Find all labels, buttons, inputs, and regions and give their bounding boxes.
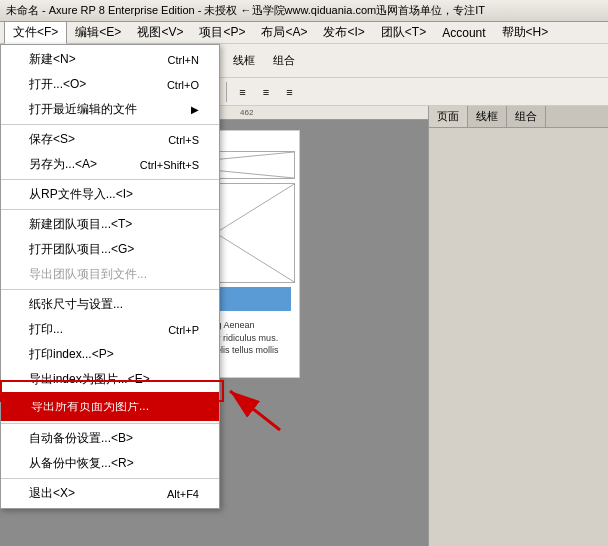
right-panel-tabs: 页面 线框 组合 — [429, 106, 608, 128]
menu-project[interactable]: 项目<P> — [191, 22, 253, 43]
menu-account[interactable]: Account — [434, 24, 493, 42]
menu-file[interactable]: 文件<F> — [4, 21, 67, 44]
menu-new-wrapper: 新建<N> Ctrl+N — [1, 47, 219, 72]
file-menu: 新建<N> Ctrl+N 打开...<O> Ctrl+O 打开最近编辑的文件 ▶… — [0, 44, 220, 509]
menu-save-shortcut: Ctrl+S — [168, 134, 199, 146]
menu-print[interactable]: 打印... Ctrl+P — [1, 317, 219, 342]
tab-group[interactable]: 组合 — [507, 106, 546, 127]
align-right-btn[interactable]: ≡ — [279, 83, 299, 101]
menu-print-label: 打印... — [29, 321, 63, 338]
separator-3 — [1, 209, 219, 210]
menu-autobackup-label: 自动备份设置...<B> — [29, 430, 133, 447]
menu-restore[interactable]: 从备份中恢复...<R> — [1, 451, 219, 476]
menu-saveas[interactable]: 另存为...<A> Ctrl+Shift+S — [1, 152, 219, 177]
menu-exit-shortcut: Alt+F4 — [167, 488, 199, 500]
menu-help[interactable]: 帮助<H> — [494, 22, 557, 43]
menu-exit[interactable]: 退出<X> Alt+F4 — [1, 481, 219, 506]
menu-new-shortcut: Ctrl+N — [168, 54, 199, 66]
menu-layout[interactable]: 布局<A> — [253, 22, 315, 43]
menu-save-label: 保存<S> — [29, 131, 75, 148]
menu-recent-arrow: ▶ — [191, 104, 199, 115]
menu-autobackup[interactable]: 自动备份设置...<B> — [1, 426, 219, 451]
menu-print-shortcut: Ctrl+P — [168, 324, 199, 336]
menu-team[interactable]: 团队<T> — [373, 22, 434, 43]
menu-saveas-label: 另存为...<A> — [29, 156, 97, 173]
menu-importrp-label: 从RP文件导入...<I> — [29, 186, 133, 203]
group-btn[interactable]: 组合 — [266, 50, 302, 71]
menu-printindex-label: 打印index...<P> — [29, 346, 114, 363]
separator-4 — [1, 289, 219, 290]
line-label: 线框 — [233, 53, 255, 68]
menu-printindex[interactable]: 打印index...<P> — [1, 342, 219, 367]
line-btn[interactable]: 线框 — [226, 50, 262, 71]
menu-exportall[interactable]: 导出所有页面为图片... — [1, 392, 219, 421]
menu-papersize[interactable]: 纸张尺寸与设置... — [1, 292, 219, 317]
menu-exportall-label: 导出所有页面为图片... — [31, 398, 149, 415]
separator-5 — [1, 423, 219, 424]
title-bar: 未命名 - Axure RP 8 Enterprise Edition - 未授… — [0, 0, 608, 22]
menu-exit-label: 退出<X> — [29, 485, 75, 502]
align-center-btn[interactable]: ≡ — [256, 83, 276, 101]
menu-importrp[interactable]: 从RP文件导入...<I> — [1, 182, 219, 207]
menu-bar: 文件<F> 编辑<E> 视图<V> 项目<P> 布局<A> 发布<I> 团队<T… — [0, 22, 608, 44]
menu-view[interactable]: 视图<V> — [129, 22, 191, 43]
menu-new-label: 新建<N> — [29, 51, 76, 68]
tab-wireframe[interactable]: 线框 — [468, 106, 507, 127]
menu-exportteam: 导出团队项目到文件... — [1, 262, 219, 287]
ruler-mark-462: 462 — [240, 108, 253, 117]
menu-save[interactable]: 保存<S> Ctrl+S — [1, 127, 219, 152]
tab-page[interactable]: 页面 — [429, 106, 468, 127]
right-panel: 页面 线框 组合 — [428, 106, 608, 546]
separator-2 — [1, 179, 219, 180]
menu-openteam[interactable]: 打开团队项目...<G> — [1, 237, 219, 262]
menu-open-shortcut: Ctrl+O — [167, 79, 199, 91]
align-left-btn[interactable]: ≡ — [232, 83, 252, 101]
menu-edit[interactable]: 编辑<E> — [67, 22, 129, 43]
title-text: 未命名 - Axure RP 8 Enterprise Edition - 未授… — [6, 3, 485, 18]
menu-exportindex[interactable]: 导出index为图片...<E> — [1, 367, 219, 392]
menu-openteam-label: 打开团队项目...<G> — [29, 241, 134, 258]
menu-publish[interactable]: 发布<I> — [315, 22, 372, 43]
sep-3 — [226, 82, 227, 102]
menu-exportindex-label: 导出index为图片...<E> — [29, 371, 150, 388]
menu-newteam[interactable]: 新建团队项目...<T> — [1, 212, 219, 237]
menu-recent-label: 打开最近编辑的文件 — [29, 101, 137, 118]
menu-open-label: 打开...<O> — [29, 76, 86, 93]
group-label: 组合 — [273, 53, 295, 68]
menu-new[interactable]: 新建<N> Ctrl+N — [1, 47, 219, 72]
separator-1 — [1, 124, 219, 125]
menu-papersize-label: 纸张尺寸与设置... — [29, 296, 123, 313]
menu-newteam-label: 新建团队项目...<T> — [29, 216, 132, 233]
menu-restore-label: 从备份中恢复...<R> — [29, 455, 134, 472]
menu-saveas-shortcut: Ctrl+Shift+S — [140, 159, 199, 171]
menu-exportteam-label: 导出团队项目到文件... — [29, 266, 147, 283]
menu-recent[interactable]: 打开最近编辑的文件 ▶ — [1, 97, 219, 122]
menu-open[interactable]: 打开...<O> Ctrl+O — [1, 72, 219, 97]
file-dropdown: 新建<N> Ctrl+N 打开...<O> Ctrl+O 打开最近编辑的文件 ▶… — [0, 44, 220, 509]
separator-6 — [1, 478, 219, 479]
